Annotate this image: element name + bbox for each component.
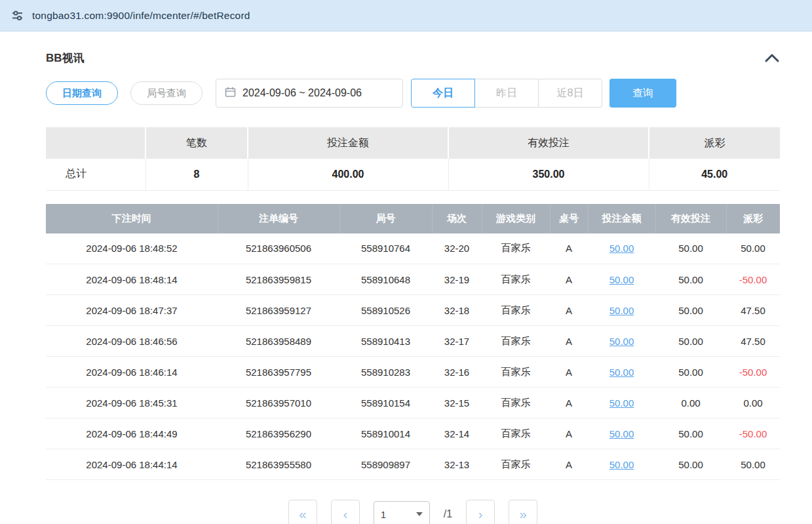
bet-amount-cell: 50.00 bbox=[588, 357, 655, 388]
page-select-value: 1 bbox=[381, 509, 386, 520]
valid-bet: 50.00 bbox=[655, 449, 726, 480]
payout: -50.00 bbox=[726, 264, 780, 295]
last-page-button[interactable]: » bbox=[509, 500, 537, 524]
bet-amount-link[interactable]: 50.00 bbox=[609, 428, 634, 439]
payout: 47.50 bbox=[726, 326, 780, 357]
bet-amount-cell: 50.00 bbox=[588, 295, 655, 326]
table-number: A bbox=[550, 264, 588, 295]
session: 32-20 bbox=[432, 233, 482, 264]
total-pages-label: /1 bbox=[444, 508, 452, 520]
game-type: 百家乐 bbox=[482, 388, 550, 418]
search-button[interactable]: 查询 bbox=[609, 79, 676, 108]
bet-amount-link[interactable]: 50.00 bbox=[609, 243, 634, 254]
table-row: 2024-09-06 18:47:37521863959127558910526… bbox=[46, 295, 780, 326]
summary-payout-value: 45.00 bbox=[649, 159, 780, 190]
bet-record-page: BB视讯 日期查询 局号查询 2024-09-06 ~ 2024-09-06 今… bbox=[0, 46, 812, 524]
payout: -50.00 bbox=[726, 357, 780, 388]
round-query-tab[interactable]: 局号查询 bbox=[130, 81, 203, 105]
game-type: 百家乐 bbox=[482, 264, 550, 295]
bet-time: 2024-09-06 18:44:14 bbox=[46, 449, 218, 480]
session: 32-13 bbox=[432, 449, 482, 480]
bet-records-table: 下注时间注单编号局号场次游戏类别桌号投注金额有效投注派彩 2024-09-06 … bbox=[46, 204, 780, 481]
bet-amount-link[interactable]: 50.00 bbox=[609, 336, 634, 347]
session: 32-15 bbox=[432, 388, 482, 418]
bet-amount-link[interactable]: 50.00 bbox=[609, 367, 634, 378]
column-header: 桌号 bbox=[550, 204, 588, 233]
order-number: 521863956290 bbox=[218, 418, 339, 449]
table-number: A bbox=[550, 388, 588, 418]
date-query-tab[interactable]: 日期查询 bbox=[46, 81, 118, 105]
summary-header-valid-bet: 有效投注 bbox=[448, 127, 649, 159]
valid-bet: 50.00 bbox=[655, 264, 726, 295]
valid-bet: 50.00 bbox=[655, 357, 726, 388]
bet-amount-link[interactable]: 50.00 bbox=[609, 274, 634, 285]
summary-valid-bet-value: 350.00 bbox=[448, 159, 649, 190]
session: 32-18 bbox=[432, 295, 482, 326]
bet-time: 2024-09-06 18:46:56 bbox=[46, 326, 218, 357]
page-title: BB视讯 bbox=[46, 50, 85, 66]
yesterday-button[interactable]: 昨日 bbox=[474, 79, 539, 108]
summary-header-payout: 派彩 bbox=[649, 127, 780, 159]
summary-header-blank bbox=[46, 127, 145, 159]
column-header: 派彩 bbox=[726, 204, 780, 233]
summary-table: 笔数 投注金额 有效投注 派彩 总计 8 400.00 350.00 45.00 bbox=[46, 127, 780, 191]
round-number: 558910014 bbox=[339, 418, 432, 449]
today-button[interactable]: 今日 bbox=[411, 79, 475, 108]
quick-date-button-group: 今日 昨日 近8日 bbox=[411, 79, 602, 108]
order-number: 521863957795 bbox=[218, 357, 339, 388]
session: 32-16 bbox=[432, 357, 482, 388]
bet-amount-link[interactable]: 50.00 bbox=[609, 397, 634, 409]
column-header: 有效投注 bbox=[655, 204, 726, 233]
payout: 47.50 bbox=[726, 295, 780, 326]
order-number: 521863955580 bbox=[218, 449, 339, 480]
records-header-row: 下注时间注单编号局号场次游戏类别桌号投注金额有效投注派彩 bbox=[46, 204, 780, 233]
table-row: 2024-09-06 18:44:49521863956290558910014… bbox=[46, 418, 780, 449]
column-header: 注单编号 bbox=[218, 204, 339, 233]
site-settings-icon[interactable] bbox=[11, 9, 24, 22]
bet-amount-link[interactable]: 50.00 bbox=[609, 459, 634, 470]
summary-total-row: 总计 8 400.00 350.00 45.00 bbox=[46, 159, 780, 190]
column-header: 投注金额 bbox=[588, 204, 655, 233]
page-select[interactable]: 1 bbox=[374, 501, 430, 524]
column-header: 下注时间 bbox=[46, 204, 218, 233]
round-number: 558910413 bbox=[339, 326, 432, 357]
valid-bet: 50.00 bbox=[655, 295, 726, 326]
payout: 0.00 bbox=[726, 388, 780, 418]
order-number: 521863960506 bbox=[218, 233, 339, 264]
column-header: 游戏类别 bbox=[482, 204, 550, 233]
date-range-input[interactable]: 2024-09-06 ~ 2024-09-06 bbox=[216, 79, 403, 108]
bet-time: 2024-09-06 18:47:37 bbox=[46, 295, 218, 326]
order-number: 521863959815 bbox=[218, 264, 339, 295]
valid-bet: 50.00 bbox=[655, 418, 726, 449]
prev-page-button[interactable]: ‹ bbox=[331, 500, 360, 524]
summary-count-value: 8 bbox=[145, 159, 248, 190]
game-type: 百家乐 bbox=[482, 418, 550, 449]
payout: 50.00 bbox=[726, 449, 780, 480]
table-number: A bbox=[550, 295, 588, 326]
table-number: A bbox=[550, 357, 588, 388]
next-page-button[interactable]: › bbox=[466, 500, 495, 524]
column-header: 局号 bbox=[339, 204, 432, 233]
bet-amount-link[interactable]: 50.00 bbox=[609, 305, 634, 316]
payout: -50.00 bbox=[726, 418, 780, 449]
filter-toolbar: 日期查询 局号查询 2024-09-06 ~ 2024-09-06 今日 昨日 … bbox=[46, 79, 780, 108]
browser-url-bar: tongbao31.com:9900/infe/mcenter/#/betRec… bbox=[0, 0, 812, 31]
game-type: 百家乐 bbox=[482, 357, 550, 388]
session: 32-19 bbox=[432, 264, 482, 295]
table-row: 2024-09-06 18:46:14521863957795558910283… bbox=[46, 357, 780, 388]
payout: 50.00 bbox=[726, 233, 780, 264]
page-header: BB视讯 bbox=[46, 46, 780, 70]
collapse-chevron-up-icon[interactable] bbox=[764, 53, 780, 63]
bet-amount-cell: 50.00 bbox=[588, 326, 655, 357]
game-type: 百家乐 bbox=[482, 449, 550, 480]
last-8-days-button[interactable]: 近8日 bbox=[538, 79, 602, 108]
round-number: 558910648 bbox=[339, 264, 432, 295]
summary-header-row: 笔数 投注金额 有效投注 派彩 bbox=[46, 127, 780, 159]
pagination: « ‹ 1 /1 › » bbox=[46, 500, 780, 524]
url-text[interactable]: tongbao31.com:9900/infe/mcenter/#/betRec… bbox=[32, 10, 250, 22]
game-type: 百家乐 bbox=[482, 326, 550, 357]
session: 32-17 bbox=[432, 326, 482, 357]
first-page-button[interactable]: « bbox=[288, 500, 317, 524]
table-row: 2024-09-06 18:45:31521863957010558910154… bbox=[46, 388, 780, 418]
summary-header-count: 笔数 bbox=[145, 127, 248, 159]
